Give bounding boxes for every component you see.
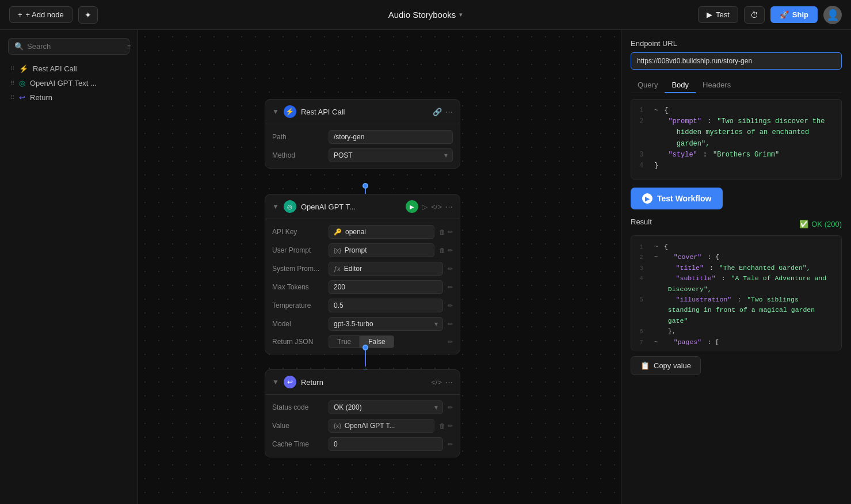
play-icon: ▶ [707,10,712,19]
avatar[interactable]: 👤 [823,6,842,24]
node-header: ▼ ↩ Return </> ⋯ [265,370,460,395]
check-circle-icon: ✅ [799,220,808,228]
canvas: ▼ ⚡ Rest API Call 🔗 ⋯ Path /story-gen [138,30,621,504]
edit-field-button[interactable]: ✏ [448,265,453,273]
drag-handle-icon: ⠿ [10,94,14,101]
field-row-cache-time: Cache Time 0 ✏ [272,437,453,451]
test-workflow-button[interactable]: ▶ Test Workflow [631,188,723,209]
result-label: Result [631,217,652,226]
edit-field-button[interactable]: ✏ [448,302,453,310]
edit-field-button[interactable]: ✏ [448,247,453,254]
search-box[interactable]: 🔍 ≡ [8,38,129,55]
field-value-api-key[interactable]: 🔑 openai [329,225,434,239]
code-icon[interactable]: </> [431,203,442,211]
field-value-temperature[interactable]: 0.5 [329,299,443,312]
field-value-value[interactable]: {x} OpenAI GPT T... [329,419,434,433]
ship-button[interactable]: 🚀 Ship [770,6,818,23]
sidebar-item-label: Rest API Call [33,64,77,73]
code-icon[interactable]: </> [431,378,442,387]
sidebar-item-return[interactable]: ⠿ ↩ Return [8,90,129,105]
sidebar-item-rest-api-call[interactable]: ⠿ ⚡ Rest API Call [8,62,129,76]
edit-field-button[interactable]: ✏ [448,284,453,291]
field-row-path: Path /story-gen [272,130,453,144]
collapse-icon[interactable]: ▼ [272,203,279,211]
field-value-model[interactable]: gpt-3.5-turbo ▾ [329,317,443,331]
copy-field-button[interactable]: 🗑 [439,422,445,430]
magic-wand-button[interactable]: ✦ [78,6,98,24]
play-node-button[interactable]: ▶ [406,200,418,213]
edit-field-button[interactable]: ✏ [448,320,453,328]
field-value-user-prompt[interactable]: {x} Prompt [329,243,434,257]
node-header: ▼ ◎ OpenAI GPT T... ▶ ▷ </> ⋯ [265,194,460,219]
endpoint-url-input[interactable] [631,52,842,70]
copy-field-button[interactable]: 🗑 [439,228,445,236]
copy-icon: 📋 [640,361,650,370]
toggle-true-button[interactable]: True [329,335,360,348]
field-row-temperature: Temperature 0.5 ✏ [272,299,453,312]
field-label: System Prom... [272,265,324,273]
field-label: Method [272,151,324,159]
add-node-button[interactable]: + + Add node [9,6,72,23]
ok-badge-text: OK (200) [811,220,842,228]
sidebar-item-openai-gpt[interactable]: ⠿ ◎ OpenAI GPT Text ... [8,76,129,90]
run-icon[interactable]: ▷ [422,203,428,211]
field-value-cache-time[interactable]: 0 [329,437,443,451]
dropdown-chevron-icon: ▾ [444,151,448,159]
field-row-api-key: API Key 🔑 openai 🗑 ✏ [272,225,453,239]
dropdown-chevron-icon: ▾ [434,320,438,328]
endpoint-url-label: Endpoint URL [631,39,842,48]
node-fields: API Key 🔑 openai 🗑 ✏ User Prompt {x} [265,219,460,354]
edit-field-button[interactable]: ✏ [448,228,453,236]
play-icon: ▶ [642,193,652,204]
main-layout: 🔍 ≡ ⠿ ⚡ Rest API Call ⠿ ◎ OpenAI GPT Tex… [0,30,851,504]
chevron-down-icon[interactable]: ▾ [459,11,463,18]
field-label: API Key [272,228,324,236]
more-icon[interactable]: ⋯ [445,203,453,211]
workflow-name: Audio Storybooks [388,10,456,20]
field-value-status-code[interactable]: OK (200) ▾ [329,400,443,414]
lightning-node-icon: ⚡ [284,105,296,118]
field-label: Return JSON [272,338,324,346]
search-input[interactable] [27,42,124,51]
collapse-icon[interactable]: ▼ [272,108,279,116]
collapse-icon[interactable]: ▼ [272,378,279,386]
more-icon[interactable]: ⋯ [445,108,453,116]
field-label: User Prompt [272,246,324,254]
field-row-system-prompt: System Prom... ƒx Editor ✏ [272,262,453,276]
drag-handle-icon: ⠿ [10,80,14,86]
field-row-value: Value {x} OpenAI GPT T... 🗑 ✏ [272,419,453,433]
node-title: OpenAI GPT T... [301,203,356,211]
return-json-toggle[interactable]: True False [329,335,443,348]
body-json-editor[interactable]: 1~ { 2 "prompt": "Two siblings discover … [631,99,842,180]
topbar: + + Add node ✦ Audio Storybooks ▾ ▶ Test… [0,0,851,30]
edit-field-button[interactable]: ✏ [448,404,453,411]
edit-field-button[interactable]: ✏ [448,422,453,430]
node-title: Return [301,378,323,387]
more-icon[interactable]: ⋯ [445,378,453,387]
node-title: Rest API Call [301,108,345,116]
history-button[interactable]: ⏱ [744,6,765,24]
connector-dot [362,183,368,189]
field-value-max-tokens[interactable]: 200 [329,280,443,294]
tab-body[interactable]: Body [665,78,696,93]
copy-field-button[interactable]: 🗑 [439,247,445,254]
field-value-path[interactable]: /story-gen [329,130,453,144]
sidebar: 🔍 ≡ ⠿ ⚡ Rest API Call ⠿ ◎ OpenAI GPT Tex… [0,30,138,504]
field-value-method[interactable]: POST ▾ [329,148,453,162]
right-panel: Endpoint URL Query Body Headers 1~ { 2 "… [621,30,851,504]
drag-handle-icon: ⠿ [10,66,14,72]
node-fields: Status code OK (200) ▾ ✏ Value {x} OpenA… [265,395,460,457]
field-value-system-prompt[interactable]: ƒx Editor [329,262,443,276]
rocket-icon: 🚀 [780,10,789,19]
link-icon[interactable]: 🔗 [433,108,442,116]
tab-headers[interactable]: Headers [696,78,738,93]
edit-field-button[interactable]: ✏ [448,441,453,448]
return-icon: ↩ [19,93,25,102]
magic-wand-icon: ✦ [85,10,91,20]
tab-query[interactable]: Query [631,78,665,93]
field-row-model: Model gpt-3.5-turbo ▾ ✏ [272,317,453,331]
ship-label: Ship [792,10,808,19]
edit-field-button[interactable]: ✏ [448,338,453,346]
test-button[interactable]: ▶ Test [698,6,738,23]
copy-value-button[interactable]: 📋 Copy value [631,356,701,375]
